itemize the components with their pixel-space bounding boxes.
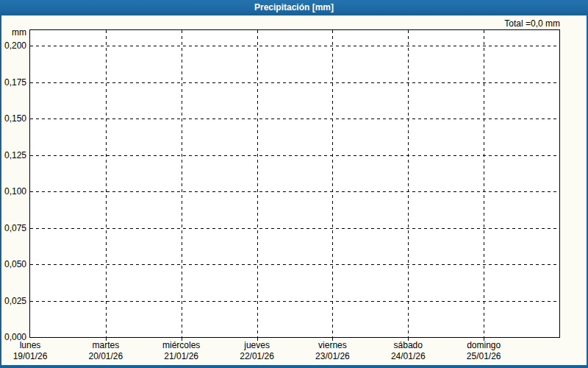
day-name: domingo — [467, 340, 501, 351]
v-gridline — [332, 30, 333, 337]
v-gridline — [484, 30, 484, 337]
y-axis-tick-label: 0,050 — [0, 259, 26, 269]
y-axis-tick-label: 0,125 — [0, 150, 26, 160]
x-axis-tick — [332, 338, 333, 341]
day-name: martes — [88, 340, 123, 351]
x-axis-day-label: jueves22/01/26 — [240, 340, 274, 362]
plot-area — [29, 29, 560, 338]
y-axis-tick-label: 0,175 — [0, 77, 26, 88]
x-axis-tick — [106, 338, 107, 341]
y-axis-tick-label: 0,075 — [0, 223, 26, 233]
day-name: miércoles — [162, 340, 200, 351]
day-date: 21/01/26 — [162, 351, 200, 362]
h-gridline — [30, 264, 559, 265]
x-axis-day-label: sábado24/01/26 — [391, 340, 426, 362]
y-axis-tick-label: 0,025 — [0, 296, 26, 306]
v-gridline — [257, 30, 258, 337]
day-date: 22/01/26 — [240, 351, 274, 362]
total-label: Total =0,0 mm — [504, 18, 560, 29]
x-axis-day-label: martes20/01/26 — [88, 340, 123, 362]
y-axis-tick-label: 0,150 — [0, 113, 26, 124]
x-axis-day-label: lunes19/01/26 — [13, 340, 48, 362]
y-axis-tick-label: 0,100 — [0, 186, 26, 197]
h-gridline — [30, 82, 559, 83]
x-axis-tick — [182, 338, 182, 341]
day-name: jueves — [240, 340, 274, 351]
day-date: 24/01/26 — [391, 351, 426, 362]
window-title-bar: Precipitación [mm] — [0, 0, 588, 15]
x-axis-day-label: miércoles21/01/26 — [162, 340, 200, 362]
day-date: 23/01/26 — [315, 351, 350, 362]
y-axis-tick-label: 0,200 — [0, 40, 26, 51]
v-gridline — [106, 30, 107, 337]
day-date: 25/01/26 — [467, 351, 501, 362]
h-gridline — [30, 191, 559, 192]
y-axis-unit-label: mm — [0, 28, 26, 37]
y-axis-tick-label: 0,000 — [0, 332, 26, 342]
x-axis-tick — [257, 338, 258, 341]
window-border-bottom — [0, 365, 588, 368]
x-axis-tick — [408, 338, 409, 341]
h-gridline — [30, 155, 559, 156]
day-name: sábado — [391, 340, 426, 351]
v-gridline — [408, 30, 409, 337]
x-axis-day-label: domingo25/01/26 — [467, 340, 501, 362]
window-title: Precipitación [mm] — [254, 2, 334, 13]
h-gridline — [30, 301, 559, 302]
chart-window: Precipitación [mm] Total =0,0 mm mm lune… — [0, 0, 588, 368]
day-date: 20/01/26 — [88, 351, 123, 362]
day-name: viernes — [315, 340, 350, 351]
h-gridline — [30, 228, 559, 229]
x-axis-tick — [484, 338, 484, 341]
h-gridline — [30, 46, 559, 46]
h-gridline — [30, 118, 559, 119]
v-gridline — [182, 30, 182, 337]
day-date: 19/01/26 — [13, 351, 48, 362]
x-axis-day-label: viernes23/01/26 — [315, 340, 350, 362]
